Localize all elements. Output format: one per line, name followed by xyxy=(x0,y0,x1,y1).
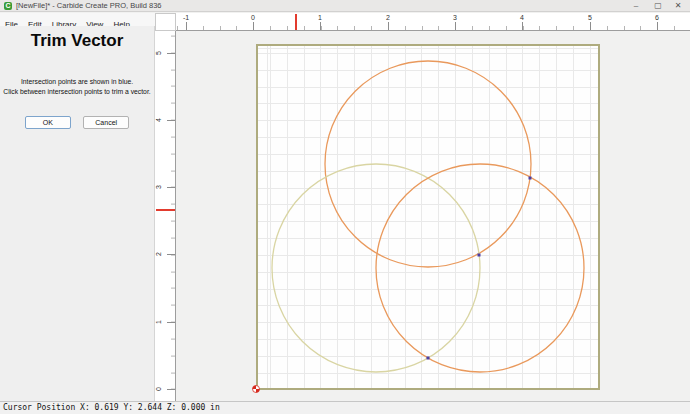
ruler-corner-box xyxy=(155,13,176,31)
v-ruler-label-4: 4 xyxy=(155,118,162,122)
instruction-line-1: Intersection points are shown in blue. xyxy=(0,77,154,87)
h-ruler-major-tick xyxy=(455,22,456,30)
h-ruler-major-tick xyxy=(253,22,254,30)
intersection-point[interactable] xyxy=(529,177,532,180)
v-ruler-label-2: 2 xyxy=(155,252,162,256)
ok-button[interactable]: OK xyxy=(25,116,71,129)
app-icon: C xyxy=(4,2,12,10)
app-window: C [NewFile]* - Carbide Create PRO, Build… xyxy=(0,0,690,414)
v-ruler-major-tick xyxy=(167,254,175,255)
h-ruler-label-0: 0 xyxy=(251,14,255,21)
cursor-x-marker xyxy=(295,14,297,30)
intersection-point[interactable] xyxy=(427,357,430,360)
vertical-ruler-ticks xyxy=(171,31,175,401)
h-ruler-label-4: 4 xyxy=(520,14,524,21)
h-ruler-label-2: 2 xyxy=(386,14,390,21)
maximize-button[interactable]: ▢ xyxy=(648,0,668,12)
minimize-button[interactable]: – xyxy=(626,0,646,12)
h-ruler-major-tick xyxy=(657,22,658,30)
h-ruler-major-tick xyxy=(388,22,389,30)
h-ruler-major-tick xyxy=(522,22,523,30)
cursor-position-readout: Cursor Position X: 0.619 Y: 2.644 Z: 0.0… xyxy=(3,403,220,412)
h-ruler-major-tick xyxy=(186,22,187,30)
h-ruler-label-5: 5 xyxy=(588,14,592,21)
v-ruler-major-tick xyxy=(167,187,175,188)
v-ruler-label-5: 5 xyxy=(155,51,162,55)
trim-vector-panel: Trim Vector Intersection points are show… xyxy=(0,26,155,401)
top-circle-vector[interactable] xyxy=(325,61,531,267)
v-ruler-major-tick xyxy=(167,322,175,323)
v-ruler-label-1: 1 xyxy=(155,320,162,324)
menu-bar: FileEditLibraryViewHelp xyxy=(0,13,155,26)
intersection-point[interactable] xyxy=(478,254,481,257)
origin-marker-icon xyxy=(253,386,260,393)
v-ruler-label-3: 3 xyxy=(155,185,162,189)
cancel-button[interactable]: Cancel xyxy=(83,116,129,129)
h-ruler-major-tick xyxy=(590,22,591,30)
vertical-ruler: 543210 xyxy=(155,31,176,401)
panel-title: Trim Vector xyxy=(0,31,154,51)
close-button[interactable]: ✕ xyxy=(668,0,688,12)
window-title: [NewFile]* - Carbide Create PRO, Build 8… xyxy=(16,1,161,10)
design-canvas[interactable] xyxy=(176,31,690,401)
h-ruler-major-tick xyxy=(320,22,321,30)
vector-layer xyxy=(176,31,690,401)
h-ruler-label-1: 1 xyxy=(318,14,322,21)
status-bar: Cursor Position X: 0.619 Y: 2.644 Z: 0.0… xyxy=(0,401,690,414)
horizontal-ruler: -10123456 xyxy=(176,13,690,31)
cursor-y-marker xyxy=(156,209,175,211)
title-bar: C [NewFile]* - Carbide Create PRO, Build… xyxy=(0,0,690,12)
dialog-button-row: OK Cancel xyxy=(0,111,154,129)
v-ruler-major-tick xyxy=(167,389,175,390)
h-ruler-label--1: -1 xyxy=(183,14,189,21)
v-ruler-label-0: 0 xyxy=(155,387,162,391)
v-ruler-major-tick xyxy=(167,53,175,54)
v-ruler-major-tick xyxy=(167,120,175,121)
h-ruler-label-3: 3 xyxy=(453,14,457,21)
h-ruler-label-6: 6 xyxy=(655,14,659,21)
instruction-line-2: Click between intersection points to tri… xyxy=(0,87,154,97)
